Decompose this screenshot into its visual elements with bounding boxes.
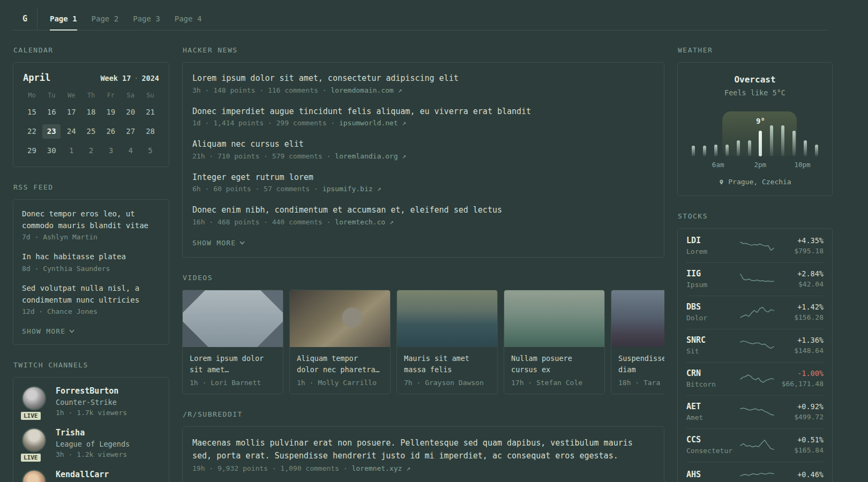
video-title[interactable]: Aliquam tempor dolor nec pharetra… bbox=[297, 353, 383, 375]
twitch-channel-row[interactable]: LIVEForrestBurtonCounter-Strike1h · 1.7k… bbox=[22, 386, 160, 417]
stock-row[interactable]: AHS+0.46% bbox=[686, 462, 824, 482]
stock-values: -1.00%$66,171.48 bbox=[774, 369, 824, 388]
story-title[interactable]: Integer eget rutrum lorem bbox=[192, 171, 654, 184]
story-domain: loremtech.co bbox=[335, 218, 390, 226]
weather-bar bbox=[737, 140, 740, 156]
weather-location: Prague, Czechia bbox=[686, 178, 824, 186]
stock-name: Lorem bbox=[686, 247, 740, 255]
stock-row[interactable]: IIGIpsum+2.84%$42.04 bbox=[686, 262, 824, 296]
calendar-day: 19 bbox=[101, 105, 121, 119]
twitch-channel-name: KendallCarr bbox=[56, 470, 109, 479]
calendar-header: April Week 17·2024 bbox=[23, 72, 159, 83]
weather-bar-slot bbox=[748, 111, 751, 156]
stock-values: +1.42%$156.28 bbox=[774, 303, 824, 321]
time-label: 2pm bbox=[754, 161, 767, 169]
video-title[interactable]: Lorem ipsum dolor sit amet consectetu… bbox=[190, 353, 276, 375]
stock-symbol: AHS bbox=[686, 470, 740, 479]
stock-row[interactable]: CCSConsectetur+0.51%$165.84 bbox=[686, 428, 824, 462]
live-badge: LIVE bbox=[20, 453, 42, 463]
calendar-day: 16 bbox=[42, 105, 62, 119]
weather-card: Overcast Feels like 5°C 9° 6am2pm10pm Pr… bbox=[677, 62, 833, 196]
video-title[interactable]: Nullam posuere cursus ex bbox=[511, 353, 597, 375]
stock-change: +1.42% bbox=[774, 303, 824, 311]
rss-item-title[interactable]: Donec tempor eros leo, ut commodo mauris… bbox=[22, 208, 160, 231]
stock-sparkline bbox=[740, 468, 774, 482]
story-title[interactable]: Lorem ipsum dolor sit amet, consectetur … bbox=[192, 72, 654, 85]
story-domain-link[interactable]: loremnet.xyz ↗ bbox=[351, 464, 410, 472]
weather-condition: Overcast bbox=[686, 74, 824, 85]
separator-dot: · bbox=[134, 74, 138, 82]
list-item: Lorem ipsum dolor sit amet, consectetur … bbox=[192, 72, 654, 94]
twitch-channel-info: KendallCarr bbox=[56, 470, 109, 482]
left-column: CALENDAR April Week 17·2024 MoTuWeThFrSa… bbox=[13, 46, 169, 482]
nav-tab[interactable]: Page 2 bbox=[92, 7, 119, 30]
video-card[interactable]: Nullam posuere cursus ex17h · Stefan Col… bbox=[504, 290, 605, 394]
external-link-icon: ↗ bbox=[390, 218, 394, 226]
story-title[interactable]: Aliquam nec cursus elit bbox=[192, 138, 654, 150]
stock-name: Ipsum bbox=[686, 281, 740, 289]
weather-location-label: Prague, Czechia bbox=[728, 178, 791, 186]
story-domain-link[interactable]: ipsumify.biz ↗ bbox=[323, 185, 381, 193]
nav-tab[interactable]: Page 4 bbox=[175, 7, 202, 30]
rss-item-meta: 8d · Cynthia Saunders bbox=[22, 265, 160, 273]
stock-sparkline bbox=[740, 238, 774, 253]
video-card-body: Mauris sit amet massa felis7h · Grayson … bbox=[397, 347, 497, 394]
rss-item-title[interactable]: In hac habitasse platea bbox=[22, 251, 160, 263]
calendar-day: 30 bbox=[42, 144, 62, 158]
video-card[interactable]: Lorem ipsum dolor sit amet consectetu…1h… bbox=[182, 290, 283, 394]
video-card[interactable]: Mauris sit amet massa felis7h · Grayson … bbox=[396, 290, 498, 394]
rss-widget: RSS FEED Donec tempor eros leo, ut commo… bbox=[13, 183, 169, 345]
story-meta-text: 16h · 468 points · 440 comments · bbox=[192, 218, 335, 226]
stock-price: $66,171.48 bbox=[774, 380, 824, 388]
story-domain-link[interactable]: loremdomain.com ↗ bbox=[331, 86, 402, 94]
calendar-day: 29 bbox=[22, 144, 42, 158]
stocks-section-title: STOCKS bbox=[678, 212, 833, 220]
nav-tab[interactable]: Page 1 bbox=[50, 7, 77, 30]
stock-sparkline bbox=[740, 338, 774, 353]
twitch-channel-row[interactable]: LIVETrishaLeague of Legends3h · 1.2k vie… bbox=[22, 428, 160, 458]
story-meta: 1d · 1,414 points · 299 comments · ipsum… bbox=[192, 119, 654, 127]
video-card[interactable]: Aliquam tempor dolor nec pharetra…1h · M… bbox=[289, 290, 391, 394]
rss-show-more-button[interactable]: SHOW MORE bbox=[22, 327, 74, 335]
nav-tab[interactable]: Page 3 bbox=[133, 7, 160, 30]
weather-widget: WEATHER Overcast Feels like 5°C 9° 6am2p… bbox=[677, 46, 833, 196]
calendar-day: 21 bbox=[140, 105, 160, 119]
stock-row[interactable]: DBSDolor+1.42%$156.28 bbox=[686, 296, 824, 329]
stock-price: $156.28 bbox=[774, 313, 824, 321]
stock-row[interactable]: SNRCSit+1.36%$148.64 bbox=[686, 329, 824, 362]
video-card[interactable]: Suspendisse eget diam18h · Tara Mills bbox=[611, 290, 664, 394]
story-title[interactable]: Donec enim nibh, condimentum et accumsan… bbox=[192, 204, 654, 216]
rss-item-title[interactable]: Sed volutpat nulla nisl, a condimentum n… bbox=[22, 283, 160, 306]
hn-card: Lorem ipsum dolor sit amet, consectetur … bbox=[182, 62, 664, 258]
video-title[interactable]: Suspendisse eget diam bbox=[618, 353, 664, 375]
twitch-channel-row[interactable]: LIVEKendallCarr bbox=[22, 470, 160, 482]
video-title[interactable]: Mauris sit amet massa felis bbox=[404, 353, 490, 375]
app-logo[interactable]: G bbox=[13, 7, 38, 30]
calendar-day: 1 bbox=[62, 144, 81, 158]
stock-values: +4.35%$795.18 bbox=[774, 236, 824, 255]
story-domain-link[interactable]: loremtech.co ↗ bbox=[335, 218, 394, 226]
weather-bar-slot bbox=[703, 111, 706, 156]
calendar-card: April Week 17·2024 MoTuWeThFrSaSu 151617… bbox=[13, 62, 169, 167]
stock-info: AETAmet bbox=[686, 402, 740, 421]
calendar-day: 18 bbox=[81, 105, 101, 119]
dashboard-page: G Page 1Page 2Page 3Page 4 CALENDAR Apri… bbox=[13, 0, 828, 482]
story-meta: 6h · 60 points · 57 comments · ipsumify.… bbox=[192, 185, 654, 193]
stock-row[interactable]: AETAmet+0.92%$499.72 bbox=[686, 395, 824, 428]
story-domain: ipsumworld.net bbox=[339, 119, 402, 127]
calendar-day: 26 bbox=[101, 124, 121, 139]
weather-bar bbox=[748, 140, 751, 156]
stock-info: DBSDolor bbox=[686, 302, 740, 322]
story-title[interactable]: Maecenas mollis pulvinar erat non posuer… bbox=[192, 436, 654, 463]
video-meta: 1h · Molly Carrillo bbox=[297, 379, 383, 387]
story-title[interactable]: Donec imperdiet augue tincidunt felis al… bbox=[192, 106, 654, 118]
stock-row[interactable]: LDILorem+4.35%$795.18 bbox=[686, 230, 824, 262]
calendar-weekday: Su bbox=[140, 92, 160, 99]
story-domain: loremlandia.org bbox=[335, 152, 402, 160]
calendar-weekday: Tu bbox=[42, 92, 62, 99]
story-domain-link[interactable]: ipsumworld.net ↗ bbox=[339, 119, 406, 127]
twitch-channel-name: Trisha bbox=[56, 428, 130, 438]
story-domain-link[interactable]: loremlandia.org ↗ bbox=[335, 152, 406, 160]
stock-row[interactable]: CRNBitcorn-1.00%$66,171.48 bbox=[686, 362, 824, 395]
hn-show-more-button[interactable]: SHOW MORE bbox=[192, 239, 245, 247]
